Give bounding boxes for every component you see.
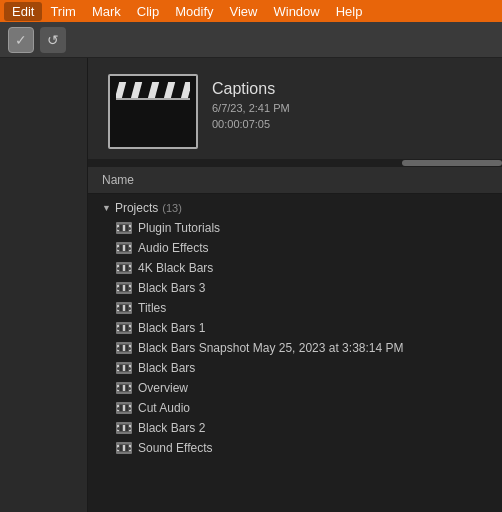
menu-item-clip[interactable]: Clip xyxy=(129,2,167,21)
menu-item-trim[interactable]: Trim xyxy=(42,2,84,21)
film-icon xyxy=(116,382,132,394)
item-label: Plugin Tutorials xyxy=(138,221,220,235)
scrollbar-thumb[interactable] xyxy=(402,160,502,166)
menu-item-window[interactable]: Window xyxy=(265,2,327,21)
check-button[interactable]: ✓ xyxy=(8,27,34,53)
preview-info: Captions 6/7/23, 2:41 PM 00:00:07:05 xyxy=(212,74,290,130)
film-icon xyxy=(116,402,132,414)
right-panel: Captions 6/7/23, 2:41 PM 00:00:07:05 Nam… xyxy=(88,58,502,512)
list-item[interactable]: Overview xyxy=(88,378,502,398)
item-label: Titles xyxy=(138,301,166,315)
item-label: 4K Black Bars xyxy=(138,261,213,275)
horizontal-scrollbar[interactable] xyxy=(88,159,502,167)
film-icon xyxy=(116,422,132,434)
list-item[interactable]: Black Bars 2 xyxy=(88,418,502,438)
list-item[interactable]: Cut Audio xyxy=(88,398,502,418)
menu-item-modify[interactable]: Modify xyxy=(167,2,221,21)
triangle-icon: ▼ xyxy=(102,203,111,213)
list-item[interactable]: Audio Effects xyxy=(88,238,502,258)
menu-item-view[interactable]: View xyxy=(222,2,266,21)
menu-item-help[interactable]: Help xyxy=(328,2,371,21)
item-label: Black Bars xyxy=(138,361,195,375)
list-item[interactable]: Black Bars Snapshot May 25, 2023 at 3:38… xyxy=(88,338,502,358)
film-icon xyxy=(116,242,132,254)
item-label: Black Bars 3 xyxy=(138,281,205,295)
list-item[interactable]: Black Bars 3 xyxy=(88,278,502,298)
undo-button[interactable]: ↺ xyxy=(40,27,66,53)
main-content: Captions 6/7/23, 2:41 PM 00:00:07:05 Nam… xyxy=(0,58,502,512)
list-item[interactable]: 4K Black Bars xyxy=(88,258,502,278)
browser-header: Name xyxy=(88,167,502,194)
preview-title: Captions xyxy=(212,80,290,98)
projects-section: ▼ Projects (13) Plugin Tutorials Audio E… xyxy=(88,194,502,462)
projects-label: Projects xyxy=(115,201,158,215)
preview-date: 6/7/23, 2:41 PM xyxy=(212,102,290,114)
file-browser[interactable]: Name ▼ Projects (13) Plugin Tutorials Au… xyxy=(88,167,502,512)
menu-bar: Edit Trim Mark Clip Modify View Window H… xyxy=(0,0,502,22)
film-icon xyxy=(116,442,132,454)
item-label: Audio Effects xyxy=(138,241,209,255)
list-item[interactable]: Black Bars xyxy=(88,358,502,378)
list-item[interactable]: Plugin Tutorials xyxy=(88,218,502,238)
menu-item-mark[interactable]: Mark xyxy=(84,2,129,21)
film-icon xyxy=(116,282,132,294)
film-icon xyxy=(116,262,132,274)
list-item[interactable]: Titles xyxy=(88,298,502,318)
preview-duration: 00:00:07:05 xyxy=(212,118,290,130)
left-sidebar xyxy=(0,58,88,512)
item-label: Black Bars 2 xyxy=(138,421,205,435)
preview-thumbnail xyxy=(108,74,198,149)
list-item[interactable]: Black Bars 1 xyxy=(88,318,502,338)
film-icon xyxy=(116,222,132,234)
film-icon xyxy=(116,302,132,314)
item-label: Cut Audio xyxy=(138,401,190,415)
item-label: Sound Effects xyxy=(138,441,213,455)
film-icon xyxy=(116,322,132,334)
preview-area: Captions 6/7/23, 2:41 PM 00:00:07:05 xyxy=(88,58,502,159)
list-item[interactable]: Sound Effects xyxy=(88,438,502,458)
projects-root[interactable]: ▼ Projects (13) xyxy=(88,198,502,218)
menu-item-edit[interactable]: Edit xyxy=(4,2,42,21)
toolbar: ✓ ↺ xyxy=(0,22,502,58)
item-label: Black Bars 1 xyxy=(138,321,205,335)
clapperboard-icon xyxy=(116,82,190,142)
item-label: Overview xyxy=(138,381,188,395)
film-icon xyxy=(116,342,132,354)
projects-count: (13) xyxy=(162,202,182,214)
film-icon xyxy=(116,362,132,374)
item-label: Black Bars Snapshot May 25, 2023 at 3:38… xyxy=(138,341,404,355)
